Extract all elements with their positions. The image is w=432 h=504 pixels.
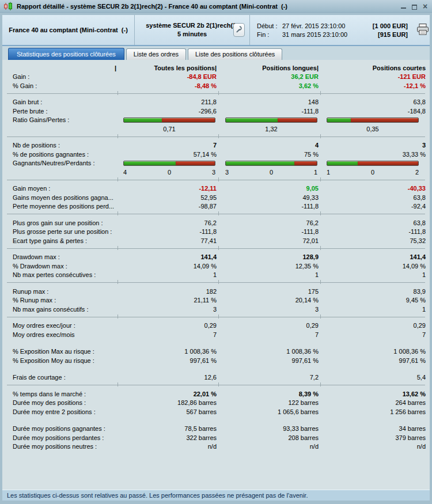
stat-label: Moy ordres exec/jour : [8, 322, 118, 329]
row-gap [2, 365, 430, 373]
start-date: 27 févr. 2015 23:10:00 [282, 22, 363, 29]
ratio-bar [123, 118, 215, 123]
stat-value: 22,01 % [118, 391, 218, 397]
bar-red-segment [294, 161, 317, 165]
stat-value: 567 barres [118, 408, 218, 415]
window-body: France 40 au comptant (Mini-contrat (-) … [2, 15, 430, 501]
divider-tick [218, 280, 219, 284]
stat-value: 0,29 [218, 322, 320, 329]
stat-label: % Drawdown max : [8, 263, 118, 270]
stat-label: Nb max pertes consécutives : [8, 271, 118, 278]
section-divider [7, 317, 425, 317]
end-amount: [915 EUR] [363, 31, 408, 38]
stat-value: 49,33 [218, 194, 320, 201]
stat-value: 63,8 [320, 219, 427, 226]
stat-label: Drawdown max : [8, 253, 118, 260]
tab-closed-positions[interactable]: Liste des positions clôturées [188, 48, 282, 60]
count-value: 1 [314, 169, 317, 176]
stat-value: 77,41 [118, 237, 218, 244]
stat-label: Perte moyenne des positions perd... [8, 203, 118, 210]
stat-label: Plus grosse perte sur une position : [8, 228, 118, 235]
stat-value: 5,4 [320, 374, 427, 381]
stat-value: 1 [320, 306, 427, 313]
divider-tick [320, 134, 321, 138]
bar-red-segment [162, 118, 215, 122]
start-amount: [1 000 EUR] [363, 22, 408, 29]
stat-value: 379 barres [320, 434, 427, 441]
stat-value: 93,33 barres [218, 425, 320, 432]
divider-tick [218, 134, 219, 138]
ratio-bar [327, 118, 419, 123]
bar-cell [118, 161, 218, 166]
bar-cell [118, 118, 218, 123]
stat-value: 0,29 [118, 322, 218, 329]
end-date: 31 mars 2015 23:10:00 [282, 31, 363, 38]
stat-value: -296,6 [118, 108, 218, 115]
column-header-long: Positions longues| [218, 65, 320, 71]
stat-value: 997,61 % [320, 357, 427, 364]
stat-row: Perte brute :-296,6-111,8-184,8 [2, 107, 430, 116]
stat-value: 36,2 EUR [218, 73, 320, 80]
stat-value: 1 008,36 % [118, 348, 218, 355]
section-divider [7, 137, 425, 137]
printer-icon [416, 23, 430, 37]
stat-value: 322 barres [118, 434, 218, 441]
stat-value: 33,33 % [320, 151, 427, 158]
divider-tick [320, 211, 321, 215]
stat-value: 1 [118, 271, 218, 278]
stat-value: 52,95 [118, 194, 218, 201]
stat-value: 72,01 [218, 237, 320, 244]
stat-row: Nb de positions :743 [2, 141, 430, 150]
footer-disclaimer: Les statistiques ci-dessus sont relative… [2, 490, 430, 501]
bar-green-segment [226, 118, 278, 122]
section-divider [7, 385, 425, 385]
stat-label: Frais de courtage : [8, 374, 118, 381]
stat-value: 7 [118, 142, 218, 149]
row-gap [2, 339, 430, 347]
print-button[interactable] [416, 23, 430, 37]
stat-value: -84,8 EUR [118, 73, 218, 80]
bar-red-segment [358, 161, 418, 165]
window-title: Rapport détaillé - système SECUR 2b 2(1)… [17, 3, 400, 10]
settings-wrench-button[interactable] [233, 23, 245, 37]
instrument-name: France 40 au comptant (Mini-contrat (-) [2, 15, 135, 45]
close-button[interactable]: × [422, 3, 429, 10]
statistics-panel: | Toutes les positions| Positions longue… [2, 60, 430, 490]
title-bar: Rapport détaillé - système SECUR 2b 2(1)… [0, 0, 432, 13]
table-header-row: | Toutes les positions| Positions longue… [2, 63, 430, 73]
minimize-button[interactable] [400, 3, 407, 10]
wrench-icon [236, 25, 243, 35]
stat-row: Frais de courtage :12,67,25,4 [2, 373, 430, 382]
stat-label: Gain brut : [8, 98, 118, 105]
tab-statistics[interactable]: Statistiques des positions clôturées [8, 48, 124, 60]
stat-value: -121 EUR [320, 73, 427, 80]
stat-label: Ecart type gains & pertes : [8, 237, 118, 244]
bar-value-cell: 301 [218, 169, 320, 176]
stat-row: Ratio Gains/Pertes : [2, 116, 430, 125]
stat-label: Nb max gains consécutifs : [8, 306, 118, 313]
stat-label: Durée moy des positions : [8, 399, 118, 406]
start-label: Début : [257, 22, 282, 29]
stat-value: n/d [218, 443, 320, 450]
section-divider [7, 93, 425, 94]
stat-row: Plus gros gain sur une position :76,276,… [2, 218, 430, 228]
stat-value: 57,14 % [118, 151, 218, 158]
divider-tick [320, 280, 321, 284]
stat-row: Durée moy entre 2 positions :567 barres1… [2, 407, 430, 416]
stat-row: Perte moyenne des positions perd...-98,8… [2, 202, 430, 211]
stat-label: % temps dans le marché : [8, 391, 118, 397]
stat-value: n/d [118, 443, 218, 450]
stat-label: Ratio Gains/Pertes : [8, 116, 118, 123]
stat-row: Ecart type gains & pertes :77,4172,0175,… [2, 236, 430, 245]
stat-row: Durée moy positions perdantes :322 barre… [2, 433, 430, 442]
stat-value: 7,2 [218, 374, 320, 381]
stat-value: 182 [118, 288, 218, 295]
maximize-button[interactable] [411, 3, 418, 10]
bar-value-cell: 403 [118, 169, 218, 176]
stat-value: 12,35 % [218, 263, 320, 270]
stat-value: 1 008,36 % [218, 348, 320, 355]
stat-row: Moy ordres exec/mois777 [2, 330, 430, 339]
tab-orders[interactable]: Liste des ordres [126, 48, 186, 60]
column-header-all: Toutes les positions| [118, 65, 218, 71]
system-name: système SECUR 2b 2(1)rech(2) [146, 21, 238, 30]
